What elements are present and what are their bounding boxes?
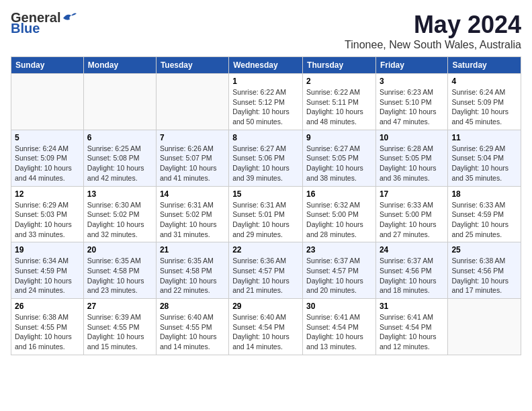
day-info: Sunrise: 6:29 AMSunset: 5:03 PMDaylight:…	[15, 200, 80, 240]
col-header-tuesday: Tuesday	[156, 57, 228, 74]
day-cell: 9Sunrise: 6:27 AMSunset: 5:05 PMDaylight…	[303, 130, 376, 186]
day-info: Sunrise: 6:40 AMSunset: 4:55 PMDaylight:…	[160, 312, 225, 352]
day-info: Sunrise: 6:35 AMSunset: 4:58 PMDaylight:…	[87, 256, 152, 295]
day-cell: 25Sunrise: 6:38 AMSunset: 4:56 PMDayligh…	[448, 242, 521, 299]
day-cell: 28Sunrise: 6:40 AMSunset: 4:55 PMDayligh…	[156, 299, 228, 355]
day-number: 26	[15, 302, 80, 311]
day-info: Sunrise: 6:29 AMSunset: 5:04 PMDaylight:…	[451, 144, 517, 183]
day-cell	[83, 74, 156, 130]
day-cell: 17Sunrise: 6:33 AMSunset: 5:00 PMDayligh…	[375, 186, 447, 242]
day-cell: 11Sunrise: 6:29 AMSunset: 5:04 PMDayligh…	[448, 130, 521, 186]
day-number: 2	[306, 77, 372, 86]
day-info: Sunrise: 6:39 AMSunset: 4:55 PMDaylight:…	[87, 312, 152, 352]
week-row-5: 26Sunrise: 6:38 AMSunset: 4:55 PMDayligh…	[11, 299, 521, 355]
day-cell: 8Sunrise: 6:27 AMSunset: 5:06 PMDaylight…	[229, 130, 303, 186]
day-number: 5	[15, 133, 80, 142]
day-info: Sunrise: 6:33 AMSunset: 5:00 PMDaylight:…	[380, 200, 444, 240]
day-cell: 1Sunrise: 6:22 AMSunset: 5:12 PMDaylight…	[229, 74, 303, 130]
day-number: 28	[160, 302, 225, 311]
day-info: Sunrise: 6:32 AMSunset: 5:00 PMDaylight:…	[306, 200, 372, 240]
day-number: 24	[380, 245, 444, 255]
day-cell: 3Sunrise: 6:23 AMSunset: 5:10 PMDaylight…	[375, 74, 447, 130]
day-number: 1	[232, 77, 299, 86]
day-number: 31	[380, 302, 444, 311]
day-info: Sunrise: 6:22 AMSunset: 5:11 PMDaylight:…	[306, 87, 372, 127]
day-cell: 2Sunrise: 6:22 AMSunset: 5:11 PMDaylight…	[303, 74, 376, 130]
day-number: 17	[380, 189, 444, 199]
day-cell: 23Sunrise: 6:37 AMSunset: 4:57 PMDayligh…	[303, 242, 376, 299]
day-info: Sunrise: 6:33 AMSunset: 4:59 PMDaylight:…	[451, 200, 517, 240]
day-cell: 18Sunrise: 6:33 AMSunset: 4:59 PMDayligh…	[448, 186, 521, 242]
day-info: Sunrise: 6:41 AMSunset: 4:54 PMDaylight:…	[380, 312, 444, 352]
day-cell	[448, 299, 521, 355]
day-number: 6	[87, 133, 152, 142]
day-number: 7	[160, 133, 225, 142]
day-cell: 14Sunrise: 6:31 AMSunset: 5:02 PMDayligh…	[156, 186, 228, 242]
col-header-saturday: Saturday	[448, 57, 521, 74]
day-info: Sunrise: 6:38 AMSunset: 4:56 PMDaylight:…	[451, 256, 517, 295]
day-number: 25	[451, 245, 517, 255]
day-cell: 12Sunrise: 6:29 AMSunset: 5:03 PMDayligh…	[11, 186, 84, 242]
day-number: 23	[306, 245, 372, 255]
day-number: 11	[451, 133, 517, 142]
day-number: 4	[451, 77, 517, 86]
header-row: SundayMondayTuesdayWednesdayThursdayFrid…	[11, 57, 521, 74]
day-info: Sunrise: 6:34 AMSunset: 4:59 PMDaylight:…	[15, 256, 80, 295]
day-cell: 20Sunrise: 6:35 AMSunset: 4:58 PMDayligh…	[83, 242, 156, 299]
day-info: Sunrise: 6:37 AMSunset: 4:57 PMDaylight:…	[306, 256, 372, 295]
col-header-wednesday: Wednesday	[229, 57, 303, 74]
day-cell: 29Sunrise: 6:40 AMSunset: 4:54 PMDayligh…	[229, 299, 303, 355]
day-info: Sunrise: 6:24 AMSunset: 5:09 PMDaylight:…	[15, 144, 80, 183]
day-number: 15	[232, 189, 299, 199]
day-info: Sunrise: 6:22 AMSunset: 5:12 PMDaylight:…	[232, 87, 299, 127]
day-info: Sunrise: 6:27 AMSunset: 5:06 PMDaylight:…	[232, 144, 299, 183]
day-info: Sunrise: 6:38 AMSunset: 4:55 PMDaylight:…	[15, 312, 80, 352]
day-info: Sunrise: 6:30 AMSunset: 5:02 PMDaylight:…	[87, 200, 152, 240]
day-cell: 16Sunrise: 6:32 AMSunset: 5:00 PMDayligh…	[303, 186, 376, 242]
day-info: Sunrise: 6:26 AMSunset: 5:07 PMDaylight:…	[160, 144, 225, 183]
day-number: 10	[380, 133, 444, 142]
day-number: 14	[160, 189, 225, 199]
day-cell: 4Sunrise: 6:24 AMSunset: 5:09 PMDaylight…	[448, 74, 521, 130]
day-number: 8	[232, 133, 299, 142]
day-info: Sunrise: 6:37 AMSunset: 4:56 PMDaylight:…	[380, 256, 444, 295]
day-cell: 31Sunrise: 6:41 AMSunset: 4:54 PMDayligh…	[375, 299, 447, 355]
day-number: 30	[306, 302, 372, 311]
day-number: 21	[160, 245, 225, 255]
day-info: Sunrise: 6:23 AMSunset: 5:10 PMDaylight:…	[380, 87, 444, 127]
day-info: Sunrise: 6:31 AMSunset: 5:01 PMDaylight:…	[232, 200, 299, 240]
day-number: 9	[306, 133, 372, 142]
col-header-friday: Friday	[375, 57, 447, 74]
day-number: 12	[15, 189, 80, 199]
week-row-4: 19Sunrise: 6:34 AMSunset: 4:59 PMDayligh…	[11, 242, 521, 299]
day-number: 29	[232, 302, 299, 311]
day-number: 16	[306, 189, 372, 199]
week-row-3: 12Sunrise: 6:29 AMSunset: 5:03 PMDayligh…	[11, 186, 521, 242]
day-cell: 5Sunrise: 6:24 AMSunset: 5:09 PMDaylight…	[11, 130, 84, 186]
day-number: 13	[87, 189, 152, 199]
day-cell: 7Sunrise: 6:26 AMSunset: 5:07 PMDaylight…	[156, 130, 228, 186]
day-cell: 10Sunrise: 6:28 AMSunset: 5:05 PMDayligh…	[375, 130, 447, 186]
calendar-table: SundayMondayTuesdayWednesdayThursdayFrid…	[11, 56, 521, 355]
col-header-sunday: Sunday	[11, 57, 84, 74]
logo: General Blue	[11, 11, 77, 35]
day-number: 27	[87, 302, 152, 311]
day-cell: 6Sunrise: 6:25 AMSunset: 5:08 PMDaylight…	[83, 130, 156, 186]
day-cell: 27Sunrise: 6:39 AMSunset: 4:55 PMDayligh…	[83, 299, 156, 355]
day-number: 19	[15, 245, 80, 255]
page-header: General Blue May 2024 Tinonee, New South…	[11, 11, 521, 51]
day-cell: 15Sunrise: 6:31 AMSunset: 5:01 PMDayligh…	[229, 186, 303, 242]
day-cell: 13Sunrise: 6:30 AMSunset: 5:02 PMDayligh…	[83, 186, 156, 242]
week-row-2: 5Sunrise: 6:24 AMSunset: 5:09 PMDaylight…	[11, 130, 521, 186]
week-row-1: 1Sunrise: 6:22 AMSunset: 5:12 PMDaylight…	[11, 74, 521, 130]
day-info: Sunrise: 6:41 AMSunset: 4:54 PMDaylight:…	[306, 312, 372, 352]
day-number: 3	[380, 77, 444, 86]
month-title: May 2024	[345, 11, 521, 39]
day-info: Sunrise: 6:24 AMSunset: 5:09 PMDaylight:…	[451, 87, 517, 127]
day-info: Sunrise: 6:35 AMSunset: 4:58 PMDaylight:…	[160, 256, 225, 295]
day-cell: 19Sunrise: 6:34 AMSunset: 4:59 PMDayligh…	[11, 242, 84, 299]
day-number: 22	[232, 245, 299, 255]
col-header-monday: Monday	[83, 57, 156, 74]
day-cell	[11, 74, 84, 130]
location-title: Tinonee, New South Wales, Australia	[345, 39, 521, 51]
